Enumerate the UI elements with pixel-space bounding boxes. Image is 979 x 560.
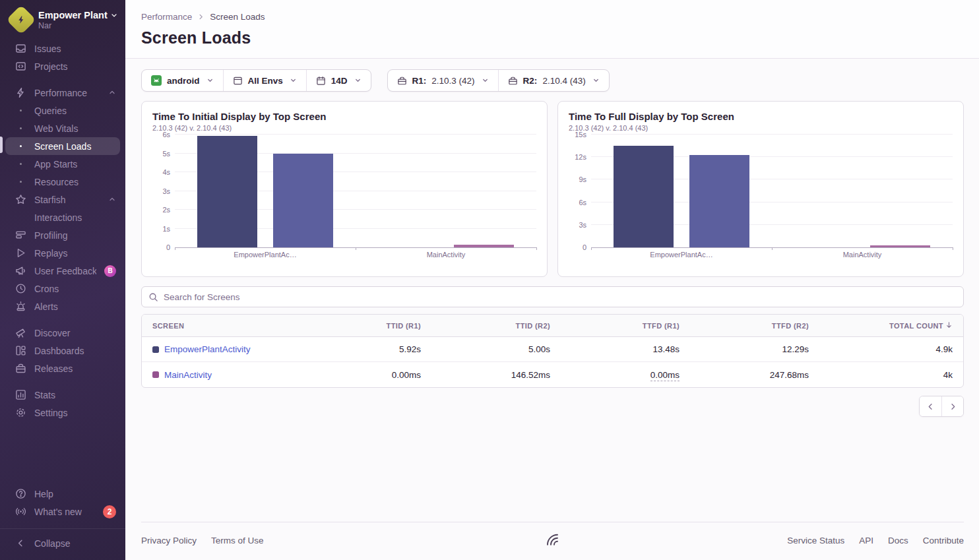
bar-empowerplantac-r2[interactable]	[273, 154, 332, 248]
sidebar-item-resources[interactable]: Resources	[0, 173, 125, 191]
previous-page-button[interactable]	[920, 396, 941, 416]
broadcast-icon	[15, 506, 26, 517]
y-axis-tick-label: 6s	[579, 199, 586, 206]
chart-plot-area[interactable]: 03s6s9s12s15s	[591, 135, 953, 248]
column-header-screen[interactable]: Screen	[142, 322, 302, 330]
release1-filter-button[interactable]: R1: 2.10.3 (42)	[388, 70, 498, 91]
filter-bar: android All Envs 14D R1: 2	[141, 69, 964, 92]
terms-of-use-link[interactable]: Terms of Use	[211, 536, 264, 545]
bullet-dot	[15, 181, 26, 183]
chevron-right-icon	[197, 13, 205, 20]
telescope-icon	[15, 327, 26, 338]
sidebar-item-screen-loads[interactable]: Screen Loads	[0, 137, 125, 155]
play-icon	[15, 247, 26, 259]
y-axis-tick-label: 0	[583, 243, 586, 251]
sidebar-item-crons[interactable]: Crons	[0, 280, 125, 297]
sidebar-item-stats[interactable]: Stats	[0, 386, 125, 404]
bar-empowerplantac-r2[interactable]	[689, 155, 749, 247]
sidebar-item-settings[interactable]: Settings	[0, 404, 125, 421]
sidebar-item-starfish[interactable]: Starfish	[0, 191, 125, 208]
sidebar-item-issues[interactable]: Issues	[0, 40, 125, 57]
column-header-ttfd-r2[interactable]: TTFD (R2)	[690, 322, 819, 330]
screen-link[interactable]: EmpowerPlantActivity	[164, 344, 251, 354]
chevron-down-icon	[110, 11, 118, 19]
search-icon	[148, 292, 158, 302]
gridline	[175, 134, 536, 135]
breadcrumb-screen-loads: Screen Loads	[210, 12, 265, 22]
y-axis-tick-label: 3s	[579, 221, 586, 229]
chart-ttid: Time To Initial Display by Top Screen 2.…	[141, 101, 548, 277]
lightning-icon	[15, 87, 26, 98]
sidebar-item-profiling[interactable]: Profiling	[0, 226, 125, 244]
y-axis-tick-label: 6s	[162, 131, 170, 139]
sidebar-item-interactions[interactable]: Interactions	[0, 208, 125, 226]
releases-icon	[15, 363, 26, 374]
tooltip-underlined-value[interactable]: 0.00ms	[650, 370, 679, 381]
bar-empowerplantac-r1[interactable]	[197, 136, 257, 247]
bar-empowerplantac-r1[interactable]	[614, 146, 673, 247]
org-switcher[interactable]: Empower Plant Nar	[0, 9, 125, 40]
bullet-dot	[15, 145, 26, 147]
chevron-right-icon	[949, 402, 957, 411]
table-row[interactable]: MainActivity 0.00ms 146.52ms 0.00ms 247.…	[142, 362, 963, 387]
breadcrumb: Performance Screen Loads	[141, 12, 963, 22]
chevron-left-icon	[926, 402, 935, 411]
chevron-left-icon	[15, 538, 26, 548]
issues-icon	[15, 43, 26, 54]
sentry-logo-icon	[546, 533, 560, 548]
column-header-ttid-r1[interactable]: TTID (R1)	[302, 322, 431, 330]
chart-plot-area[interactable]: 01s2s3s4s5s6s	[175, 135, 536, 248]
bar-mainactivity-r2[interactable]	[454, 245, 513, 247]
date-range-filter-button[interactable]: 14D	[306, 70, 371, 91]
privacy-policy-link[interactable]: Privacy Policy	[141, 536, 197, 545]
screens-table: Screen TTID (R1) TTID (R2) TTFD (R1) TTF…	[141, 314, 964, 388]
sidebar-item-user-feedback[interactable]: User Feedback B	[0, 262, 125, 280]
chart-x-labels: EmpowerPlantAc…MainActivity	[591, 251, 953, 263]
chart-title: Time To Initial Display by Top Screen	[152, 111, 536, 122]
chevron-down-icon	[206, 76, 214, 86]
docs-link[interactable]: Docs	[888, 536, 908, 545]
sidebar-item-releases[interactable]: Releases	[0, 359, 125, 377]
sidebar-item-discover[interactable]: Discover	[0, 324, 125, 342]
sidebar-item-projects[interactable]: Projects	[0, 57, 125, 75]
sidebar-item-help[interactable]: Help	[0, 485, 125, 503]
pagination	[919, 396, 964, 417]
y-axis-tick-label: 1s	[162, 225, 170, 233]
column-header-ttid-r2[interactable]: TTID (R2)	[431, 322, 561, 330]
table-row[interactable]: EmpowerPlantActivity 5.92s 5.00s 13.48s …	[142, 337, 963, 362]
megaphone-icon	[15, 265, 26, 276]
bar-mainactivity-r2[interactable]	[870, 245, 930, 247]
chart-subtitle: 2.10.3 (42) v. 2.10.4 (43)	[569, 124, 953, 132]
chart-subtitle: 2.10.3 (42) v. 2.10.4 (43)	[152, 124, 536, 132]
service-status-link[interactable]: Service Status	[787, 536, 844, 545]
sidebar-item-dashboards[interactable]: Dashboards	[0, 342, 125, 359]
series-color-swatch	[152, 346, 159, 353]
environment-filter-button[interactable]: All Envs	[223, 70, 306, 91]
column-header-ttfd-r1[interactable]: TTFD (R1)	[561, 322, 690, 330]
column-header-total-count[interactable]: Total Count	[819, 321, 963, 330]
stats-icon	[15, 389, 26, 400]
release2-filter-button[interactable]: R2: 2.10.4 (43)	[498, 70, 609, 91]
screen-link[interactable]: MainActivity	[164, 370, 212, 380]
calendar-icon	[316, 76, 326, 86]
sidebar-item-replays[interactable]: Replays	[0, 244, 125, 262]
sidebar-item-alerts[interactable]: Alerts	[0, 297, 125, 315]
next-page-button[interactable]	[941, 396, 963, 416]
sidebar-item-app-starts[interactable]: App Starts	[0, 155, 125, 173]
sidebar-item-web-vitals[interactable]: Web Vitals	[0, 119, 125, 137]
sidebar-item-whats-new[interactable]: What's new 2	[0, 503, 125, 520]
chart-x-labels: EmpowerPlantAc…MainActivity	[175, 251, 536, 263]
org-name: Empower Plant	[38, 10, 108, 20]
api-link[interactable]: API	[859, 536, 873, 545]
sidebar-item-queries[interactable]: Queries	[0, 102, 125, 119]
dashboards-icon	[15, 345, 26, 356]
sidebar-item-performance[interactable]: Performance	[0, 84, 125, 102]
breadcrumb-performance[interactable]: Performance	[141, 12, 192, 22]
project-filter-button[interactable]: android	[142, 70, 223, 91]
sidebar-nav: Issues Projects Performance Queries Web …	[0, 40, 125, 421]
search-input[interactable]	[164, 292, 957, 302]
y-axis-tick-label: 15s	[575, 131, 586, 139]
help-icon	[15, 488, 26, 499]
sidebar-collapse-button[interactable]: Collapse	[0, 534, 125, 552]
contribute-link[interactable]: Contribute	[923, 536, 964, 545]
